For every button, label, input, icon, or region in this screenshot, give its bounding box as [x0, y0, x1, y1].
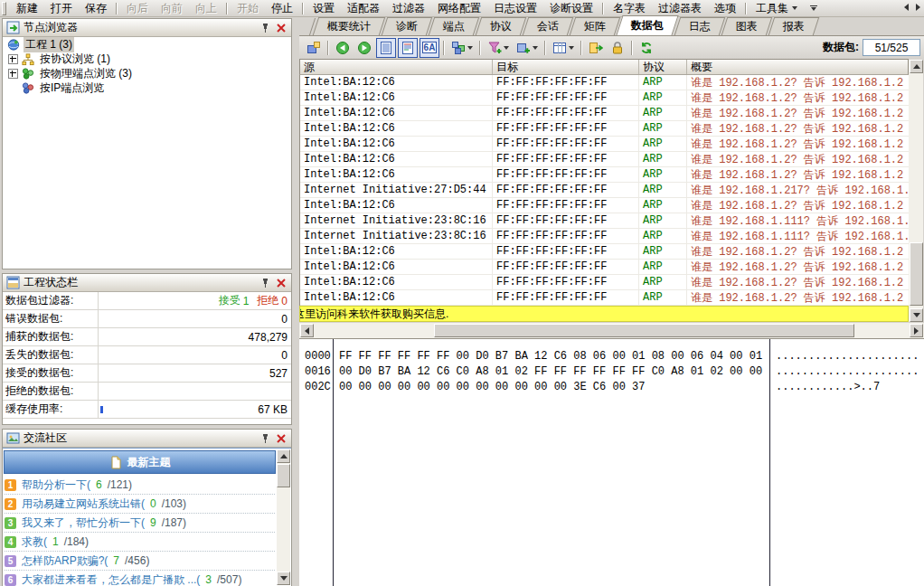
cell-destination: FF:FF:FF:FF:FF:FF	[493, 213, 639, 228]
view-detail-icon[interactable]	[398, 38, 418, 58]
status-row: 拒绝的数据包:99%	[3, 383, 291, 401]
menu-item[interactable]: 选项	[708, 0, 742, 17]
menu-item[interactable]: 停止	[265, 0, 299, 17]
menu-item[interactable]: 新建	[10, 0, 44, 17]
packet-vscrollbar-thumb[interactable]	[910, 242, 923, 306]
packet-row[interactable]: Intel:BA:12:C6FF:FF:FF:FF:FF:FFARP谁是 192…	[300, 152, 909, 167]
close-icon[interactable]	[275, 432, 288, 445]
menu-item[interactable]: 诊断设置	[543, 0, 599, 17]
tab-scroll-right-icon[interactable]	[916, 4, 920, 11]
latest-topics-label: 最新主题	[127, 455, 171, 470]
view-hexascii-icon[interactable]: 6A	[420, 38, 439, 58]
tab-3[interactable]: 端点	[429, 17, 479, 35]
topic-link[interactable]: 1帮助分析一下(6/121)	[5, 476, 275, 495]
toolbar-grip[interactable]	[2, 2, 6, 15]
topic-link[interactable]: 4求教(1/184)	[5, 533, 275, 552]
tab-7[interactable]: 数据包	[616, 15, 678, 35]
tab-9[interactable]: 图表	[721, 17, 772, 35]
tree-item[interactable]: 按协议浏览 (1)	[3, 52, 291, 66]
tab-6[interactable]: 矩阵	[570, 17, 620, 35]
cell-protocol: ARP	[639, 75, 687, 90]
packet-row[interactable]: Internet Initiative:23:8C:16FF:FF:FF:FF:…	[300, 229, 909, 244]
packet-row[interactable]: Internet Initiative:23:8C:16FF:FF:FF:FF:…	[300, 213, 909, 229]
tree-expand-icon[interactable]	[8, 54, 18, 64]
cell-destination: FF:FF:FF:FF:FF:FF	[493, 90, 639, 105]
packet-scroll-left-button[interactable]	[300, 324, 314, 337]
protocol-node-icon	[21, 52, 35, 66]
menu-item[interactable]: 工具集	[750, 0, 804, 17]
hex-ascii: ......................	[776, 364, 919, 379]
packet-hscrollbar-thumb[interactable]	[434, 324, 854, 337]
packet-scroll-down-button[interactable]	[910, 308, 923, 322]
tab-8[interactable]: 日志	[674, 17, 725, 35]
packet-row[interactable]: Intel:BA:12:C6FF:FF:FF:FF:FF:FFARP谁是 192…	[300, 121, 909, 137]
packet-row[interactable]: Intel:BA:12:C6FF:FF:FF:FF:FF:FFARP谁是 192…	[300, 290, 909, 306]
close-icon[interactable]	[275, 22, 288, 34]
tab-scroll-left-icon[interactable]	[904, 4, 909, 11]
tab-4[interactable]: 协议	[476, 17, 526, 35]
packet-row[interactable]: Intel:BA:12:C6FF:FF:FF:FF:FF:FFARP谁是 192…	[300, 106, 909, 121]
hex-offset: 0000	[305, 348, 331, 364]
menu-item[interactable]: 名字表	[607, 0, 652, 17]
columns-icon[interactable]	[550, 38, 577, 58]
packet-scroll-right-button[interactable]	[910, 324, 923, 337]
packet-row[interactable]: Intel:BA:12:C6FF:FF:FF:FF:FF:FFARP谁是 192…	[300, 137, 909, 152]
view-list-icon[interactable]	[376, 38, 396, 58]
column-header-4[interactable]: 概要	[687, 60, 908, 74]
tab-5[interactable]: 会话	[523, 17, 573, 35]
menu-item[interactable]: 日志设置	[487, 0, 543, 17]
back-icon[interactable]	[333, 38, 353, 58]
lock-icon[interactable]	[608, 38, 627, 58]
community-scroll-up-button[interactable]	[277, 449, 290, 463]
buffer-add-icon[interactable]	[514, 38, 541, 58]
menu-item[interactable]: 网络配置	[431, 0, 487, 17]
tree-expand-icon[interactable]	[8, 69, 18, 79]
tab-2[interactable]: 诊断	[382, 17, 432, 35]
tree-item[interactable]: 按IP端点浏览	[3, 80, 291, 95]
toolbar-overflow-icon[interactable]	[807, 4, 820, 13]
packet-row[interactable]: Internet Initiative:27:D5:44FF:FF:FF:FF:…	[300, 183, 909, 198]
tab-1[interactable]: 概要统计	[313, 17, 385, 35]
menu-item[interactable]: 适配器	[341, 0, 386, 17]
toolbar-separator	[327, 41, 329, 55]
column-header-2[interactable]: 目标	[493, 60, 639, 74]
menu-item[interactable]: 保存	[79, 0, 113, 17]
refresh-icon[interactable]	[636, 38, 656, 58]
pin-icon[interactable]	[259, 277, 271, 289]
purchase-banner[interactable]: 这里访问科来软件获取购买信息.	[299, 306, 909, 322]
packet-row[interactable]: Intel:BA:12:C6FF:FF:FF:FF:FF:FFARP谁是 192…	[300, 90, 909, 106]
packet-row[interactable]: Intel:BA:12:C6FF:FF:FF:FF:FF:FFARP谁是 192…	[300, 244, 909, 260]
filter-add-icon[interactable]	[485, 38, 512, 58]
tree-item[interactable]: 按物理端点浏览 (3)	[3, 66, 291, 80]
menu-item[interactable]: 过滤器表	[652, 0, 708, 17]
forward-icon[interactable]	[354, 38, 374, 58]
topic-link[interactable]: 3我又来了，帮忙分析一下(9/187)	[5, 514, 275, 533]
decode-settings-icon[interactable]	[304, 38, 324, 58]
menu-item[interactable]: 过滤器	[386, 0, 431, 17]
close-icon[interactable]	[275, 277, 288, 289]
column-header-3[interactable]: 协议	[639, 60, 687, 74]
packet-row[interactable]: Intel:BA:12:C6FF:FF:FF:FF:FF:FFARP谁是 192…	[300, 275, 909, 290]
packet-row[interactable]: Intel:BA:12:C6FF:FF:FF:FF:FF:FFARP谁是 192…	[300, 75, 909, 90]
tab-10[interactable]: 报表	[768, 17, 819, 35]
topic-link[interactable]: 5怎样防ARP欺骗?(7/456)	[5, 552, 275, 571]
pin-icon[interactable]	[259, 22, 271, 34]
matrix-view-icon[interactable]	[448, 38, 476, 58]
pin-icon[interactable]	[259, 432, 271, 445]
menu-item[interactable]: 设置	[306, 0, 341, 17]
topic-doc-icon	[109, 456, 123, 469]
status-label: 捕获的数据包:	[3, 328, 99, 345]
packet-scroll-up-button[interactable]	[910, 60, 923, 73]
column-header-1[interactable]: 源	[300, 60, 493, 74]
tree-item[interactable]: 工程 1 (3)	[3, 37, 291, 52]
packet-row[interactable]: Intel:BA:12:C6FF:FF:FF:FF:FF:FFARP谁是 192…	[300, 167, 909, 183]
community-scroll-down-button[interactable]	[277, 572, 290, 585]
packet-row[interactable]: Intel:BA:12:C6FF:FF:FF:FF:FF:FFARP谁是 192…	[300, 198, 909, 213]
export-icon[interactable]	[586, 38, 606, 58]
topic-link[interactable]: 2用动易建立网站系统出错(0/103)	[5, 495, 275, 514]
topic-link[interactable]: 6大家都进来看看，怎么都是广播欺 ...(3/507)	[5, 571, 275, 586]
cell-source: Intel:BA:12:C6	[300, 260, 493, 274]
community-scrollbar-thumb[interactable]	[277, 464, 290, 487]
packet-row[interactable]: Intel:BA:12:C6FF:FF:FF:FF:FF:FFARP谁是 192…	[300, 260, 909, 275]
menu-item[interactable]: 打开	[44, 0, 79, 17]
